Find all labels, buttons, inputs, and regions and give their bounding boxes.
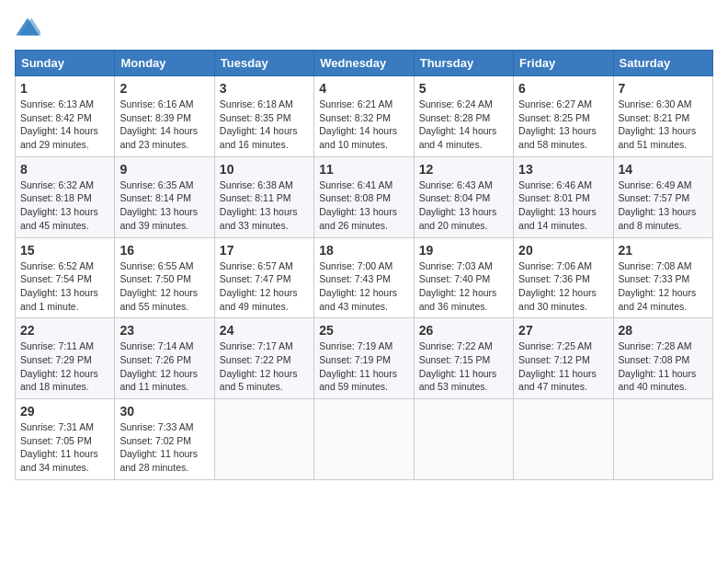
calendar-cell: 8Sunrise: 6:32 AM Sunset: 8:18 PM Daylig… — [16, 156, 115, 237]
calendar-cell: 3Sunrise: 6:18 AM Sunset: 8:35 PM Daylig… — [214, 76, 313, 157]
calendar-cell: 5Sunrise: 6:24 AM Sunset: 8:28 PM Daylig… — [414, 76, 513, 157]
day-number: 17 — [220, 243, 309, 258]
day-detail: Sunrise: 6:30 AM Sunset: 8:21 PM Dayligh… — [619, 98, 708, 152]
day-number: 19 — [419, 243, 508, 258]
day-detail: Sunrise: 6:27 AM Sunset: 8:25 PM Dayligh… — [518, 98, 608, 152]
day-number: 16 — [119, 243, 209, 258]
calendar-cell: 4Sunrise: 6:21 AM Sunset: 8:32 PM Daylig… — [314, 76, 414, 157]
day-detail: Sunrise: 7:06 AM Sunset: 7:36 PM Dayligh… — [518, 259, 608, 314]
day-detail: Sunrise: 7:31 AM Sunset: 7:05 PM Dayligh… — [20, 420, 109, 475]
calendar-cell — [514, 399, 613, 480]
day-number: 14 — [619, 162, 708, 177]
day-number: 20 — [518, 243, 608, 258]
day-detail: Sunrise: 6:18 AM Sunset: 8:35 PM Dayligh… — [220, 98, 309, 152]
calendar-cell: 9Sunrise: 6:35 AM Sunset: 8:14 PM Daylig… — [115, 156, 214, 237]
weekday-header-saturday: Saturday — [613, 51, 712, 76]
day-detail: Sunrise: 7:28 AM Sunset: 7:08 PM Dayligh… — [619, 339, 708, 394]
weekday-header-row: SundayMondayTuesdayWednesdayThursdayFrid… — [16, 51, 713, 76]
weekday-header-tuesday: Tuesday — [214, 51, 313, 76]
weekday-header-monday: Monday — [115, 51, 214, 76]
calendar-cell: 12Sunrise: 6:43 AM Sunset: 8:04 PM Dayli… — [414, 156, 513, 237]
calendar-cell: 14Sunrise: 6:49 AM Sunset: 7:57 PM Dayli… — [613, 156, 712, 237]
day-detail: Sunrise: 7:00 AM Sunset: 7:43 PM Dayligh… — [319, 259, 408, 314]
day-number: 24 — [220, 323, 309, 338]
calendar-cell: 17Sunrise: 6:57 AM Sunset: 7:47 PM Dayli… — [214, 237, 313, 318]
day-number: 22 — [20, 323, 109, 338]
day-number: 18 — [319, 243, 408, 258]
day-number: 28 — [619, 323, 708, 338]
calendar-cell — [314, 399, 414, 480]
calendar-cell: 23Sunrise: 7:14 AM Sunset: 7:26 PM Dayli… — [115, 318, 214, 399]
calendar-cell: 24Sunrise: 7:17 AM Sunset: 7:22 PM Dayli… — [214, 318, 313, 399]
day-detail: Sunrise: 6:16 AM Sunset: 8:39 PM Dayligh… — [119, 98, 209, 152]
day-detail: Sunrise: 6:32 AM Sunset: 8:18 PM Dayligh… — [20, 178, 109, 233]
calendar-week-row: 22Sunrise: 7:11 AM Sunset: 7:29 PM Dayli… — [16, 318, 713, 399]
calendar-week-row: 8Sunrise: 6:32 AM Sunset: 8:18 PM Daylig… — [16, 156, 713, 237]
calendar-cell: 18Sunrise: 7:00 AM Sunset: 7:43 PM Dayli… — [314, 237, 414, 318]
calendar-cell: 10Sunrise: 6:38 AM Sunset: 8:11 PM Dayli… — [214, 156, 313, 237]
calendar-cell: 26Sunrise: 7:22 AM Sunset: 7:15 PM Dayli… — [414, 318, 513, 399]
calendar-cell: 28Sunrise: 7:28 AM Sunset: 7:08 PM Dayli… — [613, 318, 712, 399]
calendar-cell: 30Sunrise: 7:33 AM Sunset: 7:02 PM Dayli… — [115, 399, 214, 480]
day-number: 15 — [20, 243, 109, 258]
day-number: 29 — [20, 404, 109, 419]
day-detail: Sunrise: 7:17 AM Sunset: 7:22 PM Dayligh… — [220, 339, 309, 394]
day-number: 1 — [20, 81, 109, 96]
calendar-table: SundayMondayTuesdayWednesdayThursdayFrid… — [15, 50, 713, 480]
day-detail: Sunrise: 6:38 AM Sunset: 8:11 PM Dayligh… — [220, 178, 309, 233]
calendar-cell: 2Sunrise: 6:16 AM Sunset: 8:39 PM Daylig… — [115, 76, 214, 157]
day-number: 9 — [119, 162, 209, 177]
calendar-cell: 19Sunrise: 7:03 AM Sunset: 7:40 PM Dayli… — [414, 237, 513, 318]
day-number: 10 — [220, 162, 309, 177]
day-detail: Sunrise: 6:41 AM Sunset: 8:08 PM Dayligh… — [319, 178, 408, 233]
day-detail: Sunrise: 7:19 AM Sunset: 7:19 PM Dayligh… — [319, 339, 408, 394]
calendar-cell: 20Sunrise: 7:06 AM Sunset: 7:36 PM Dayli… — [514, 237, 613, 318]
calendar-cell: 21Sunrise: 7:08 AM Sunset: 7:33 PM Dayli… — [613, 237, 712, 318]
calendar-cell: 13Sunrise: 6:46 AM Sunset: 8:01 PM Dayli… — [514, 156, 613, 237]
day-number: 13 — [518, 162, 608, 177]
day-detail: Sunrise: 7:11 AM Sunset: 7:29 PM Dayligh… — [20, 339, 109, 394]
day-number: 21 — [619, 243, 708, 258]
day-number: 11 — [319, 162, 408, 177]
day-detail: Sunrise: 7:25 AM Sunset: 7:12 PM Dayligh… — [518, 339, 608, 394]
logo — [15, 15, 44, 40]
day-number: 23 — [119, 323, 209, 338]
calendar-cell — [214, 399, 313, 480]
calendar-cell: 1Sunrise: 6:13 AM Sunset: 8:42 PM Daylig… — [16, 76, 115, 157]
day-detail: Sunrise: 6:52 AM Sunset: 7:54 PM Dayligh… — [20, 259, 109, 314]
day-detail: Sunrise: 7:08 AM Sunset: 7:33 PM Dayligh… — [619, 259, 708, 314]
day-detail: Sunrise: 6:35 AM Sunset: 8:14 PM Dayligh… — [119, 178, 209, 233]
calendar-cell: 22Sunrise: 7:11 AM Sunset: 7:29 PM Dayli… — [16, 318, 115, 399]
day-detail: Sunrise: 6:21 AM Sunset: 8:32 PM Dayligh… — [319, 98, 408, 152]
day-detail: Sunrise: 7:22 AM Sunset: 7:15 PM Dayligh… — [419, 339, 508, 394]
day-number: 8 — [20, 162, 109, 177]
calendar-cell: 7Sunrise: 6:30 AM Sunset: 8:21 PM Daylig… — [613, 76, 712, 157]
calendar-cell: 15Sunrise: 6:52 AM Sunset: 7:54 PM Dayli… — [16, 237, 115, 318]
calendar-cell: 16Sunrise: 6:55 AM Sunset: 7:50 PM Dayli… — [115, 237, 214, 318]
calendar-cell: 27Sunrise: 7:25 AM Sunset: 7:12 PM Dayli… — [514, 318, 613, 399]
page-header — [15, 15, 713, 40]
day-detail: Sunrise: 6:24 AM Sunset: 8:28 PM Dayligh… — [419, 98, 508, 152]
day-detail: Sunrise: 6:13 AM Sunset: 8:42 PM Dayligh… — [20, 98, 109, 152]
day-number: 6 — [518, 81, 608, 96]
day-number: 25 — [319, 323, 408, 338]
day-number: 4 — [319, 81, 408, 96]
day-number: 7 — [619, 81, 708, 96]
day-number: 2 — [119, 81, 209, 96]
calendar-week-row: 29Sunrise: 7:31 AM Sunset: 7:05 PM Dayli… — [16, 399, 713, 480]
calendar-cell: 6Sunrise: 6:27 AM Sunset: 8:25 PM Daylig… — [514, 76, 613, 157]
calendar-week-row: 15Sunrise: 6:52 AM Sunset: 7:54 PM Dayli… — [16, 237, 713, 318]
calendar-cell: 11Sunrise: 6:41 AM Sunset: 8:08 PM Dayli… — [314, 156, 414, 237]
day-detail: Sunrise: 7:03 AM Sunset: 7:40 PM Dayligh… — [419, 259, 508, 314]
weekday-header-wednesday: Wednesday — [314, 51, 414, 76]
day-detail: Sunrise: 6:49 AM Sunset: 7:57 PM Dayligh… — [619, 178, 708, 233]
day-number: 30 — [119, 404, 209, 419]
day-number: 12 — [419, 162, 508, 177]
day-detail: Sunrise: 6:43 AM Sunset: 8:04 PM Dayligh… — [419, 178, 508, 233]
day-detail: Sunrise: 7:14 AM Sunset: 7:26 PM Dayligh… — [119, 339, 209, 394]
calendar-cell — [414, 399, 513, 480]
day-detail: Sunrise: 6:46 AM Sunset: 8:01 PM Dayligh… — [518, 178, 608, 233]
weekday-header-sunday: Sunday — [16, 51, 115, 76]
day-detail: Sunrise: 6:57 AM Sunset: 7:47 PM Dayligh… — [220, 259, 309, 314]
calendar-cell: 25Sunrise: 7:19 AM Sunset: 7:19 PM Dayli… — [314, 318, 414, 399]
